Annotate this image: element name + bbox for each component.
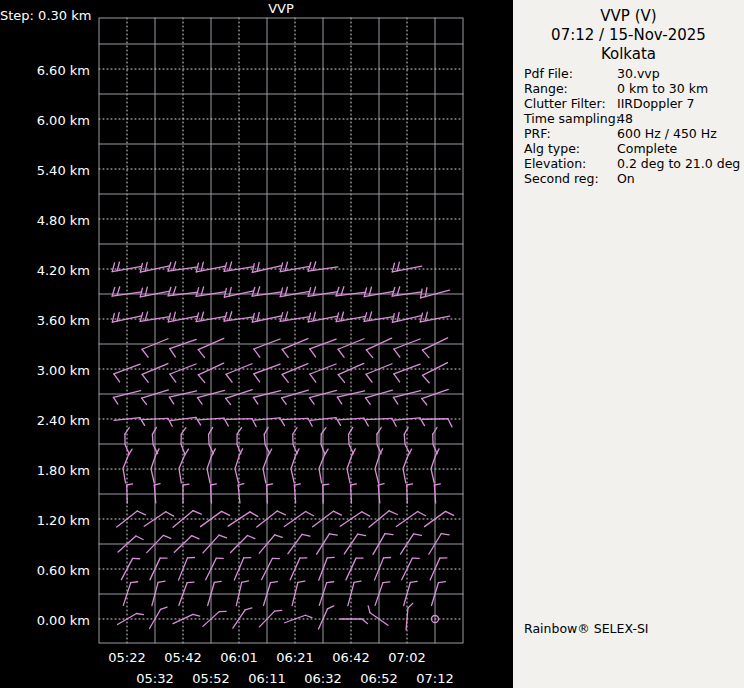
wind-barb-feather	[404, 427, 408, 434]
wind-barb-feather	[329, 534, 337, 535]
wind-barb-feather	[140, 313, 142, 322]
wind-barb-feather	[222, 511, 230, 515]
info-fields: Pdf File:30.vvpRange:0 km to 30 kmClutte…	[524, 66, 740, 186]
wind-barb-feather	[439, 582, 446, 583]
wind-barb-feather	[397, 262, 399, 271]
wind-barb-feather	[306, 512, 314, 516]
wind-barb-feather	[197, 398, 202, 405]
wind-barb-staff	[378, 485, 380, 503]
y-tick-label: 5.40 km	[0, 163, 90, 178]
wind-barb-feather	[366, 398, 371, 404]
wind-barb-feather	[351, 484, 357, 485]
info-field-row: Second reg:On	[524, 171, 740, 186]
wind-barb-feather	[125, 428, 129, 435]
wind-barb-feather	[397, 312, 399, 321]
info-field-value: IIRDoppler 7	[617, 96, 694, 111]
wind-barb-staff	[294, 485, 295, 503]
wind-barb-feather	[247, 536, 254, 539]
wind-barb-feather	[224, 288, 226, 297]
wind-barb-feather	[183, 484, 189, 485]
wind-barb-feather	[161, 607, 168, 609]
wind-barb-feather	[117, 312, 119, 321]
wind-barb-feather	[282, 374, 288, 382]
wind-barb-feather	[267, 484, 273, 485]
wind-barb-staff	[338, 418, 364, 420]
wind-barb-feather	[393, 397, 397, 404]
wind-barb-feather	[305, 615, 312, 617]
x-tick-label: 06:11	[248, 671, 285, 686]
wind-barb-feather	[414, 534, 422, 536]
wind-barb-feather	[198, 350, 204, 358]
wind-barb-feather	[254, 374, 260, 382]
wind-barb-feather	[238, 484, 244, 485]
x-tick-label: 05:42	[164, 650, 201, 665]
wind-barb-feather	[198, 375, 204, 383]
info-field-label: PRF:	[524, 126, 617, 141]
wind-barb-feather	[392, 314, 394, 323]
wind-barb-feather	[257, 312, 259, 321]
info-field-row: Clutter Filter:IIRDoppler 7	[524, 96, 740, 111]
wind-barb-feather	[327, 606, 333, 609]
x-tick-label: 05:52	[192, 671, 229, 686]
wind-barb-staff	[351, 485, 352, 503]
wind-barb-feather	[112, 313, 114, 322]
y-tick-label: 0.60 km	[0, 563, 90, 578]
wind-barb-staff	[198, 418, 224, 420]
wind-barb-feather	[392, 263, 394, 272]
x-tick-label: 06:21	[276, 650, 313, 665]
wind-barb-feather	[323, 484, 329, 485]
wind-barb-feather	[254, 349, 260, 357]
info-field-value: 600 Hz / 450 Hz	[617, 126, 717, 141]
wind-barb-feather	[237, 428, 241, 435]
wind-barb-feather	[193, 511, 201, 515]
x-tick-label: 06:32	[304, 671, 341, 686]
info-field-row: Range:0 km to 30 km	[524, 81, 740, 96]
wind-barb-feather	[257, 262, 259, 271]
wind-barb-feather	[338, 349, 344, 357]
wind-barb-staff	[267, 485, 268, 503]
wind-barb-feather	[441, 534, 449, 535]
wind-barb-staff	[127, 485, 128, 503]
wind-barb-feather	[140, 263, 142, 272]
wind-barb-feather	[226, 374, 232, 382]
wind-barb-feather	[349, 427, 353, 434]
wind-barb-feather	[163, 535, 170, 538]
wind-barb-feather	[226, 398, 231, 404]
wind-barb-feather	[214, 581, 221, 582]
wind-barb-feather	[321, 428, 326, 435]
info-field-label: Elevation:	[524, 156, 617, 171]
wind-barb-feather	[185, 449, 189, 455]
info-field-row: Alg type:Complete	[524, 141, 740, 156]
wind-barb-feather	[173, 312, 175, 321]
y-tick-label: 4.20 km	[0, 263, 90, 278]
wind-barb-feather	[219, 535, 227, 538]
info-field-label: Second reg:	[524, 171, 617, 186]
wind-barb-feather	[421, 289, 423, 298]
wind-barb-feather	[142, 349, 148, 357]
x-tick-label: 06:42	[332, 650, 369, 665]
wind-barb-feather	[333, 511, 341, 515]
wind-barb-chart-canvas	[0, 0, 513, 688]
wind-barb-feather	[425, 312, 427, 321]
vvp-product-window: VVP Step: 0.30 km 6.60 km6.00 km5.40 km4…	[0, 0, 744, 688]
wind-barb-feather	[362, 619, 367, 623]
wind-barb-feather	[252, 264, 254, 273]
wind-barb-feather	[145, 287, 147, 296]
wind-barb-feather	[145, 262, 147, 271]
wind-barb-feather	[408, 603, 413, 608]
wind-barb-feather	[338, 375, 344, 383]
y-tick-label: 4.80 km	[0, 213, 90, 228]
info-field-label: Pdf File:	[524, 66, 617, 81]
wind-barb-feather	[127, 484, 133, 485]
wind-barb-feather	[362, 512, 370, 516]
wind-barb-feather	[137, 614, 144, 615]
info-field-label: Time sampling:	[524, 111, 617, 126]
wind-barb-feather	[422, 399, 427, 405]
wind-barb-feather	[358, 534, 366, 536]
plot-title: VVP	[268, 1, 294, 16]
info-field-value: 0.2 deg to 21.0 deg	[617, 156, 740, 171]
info-field-value: On	[617, 171, 635, 186]
wind-barb-feather	[187, 582, 194, 583]
wind-barb-feather	[418, 512, 426, 516]
wind-barb-feather	[336, 313, 338, 322]
